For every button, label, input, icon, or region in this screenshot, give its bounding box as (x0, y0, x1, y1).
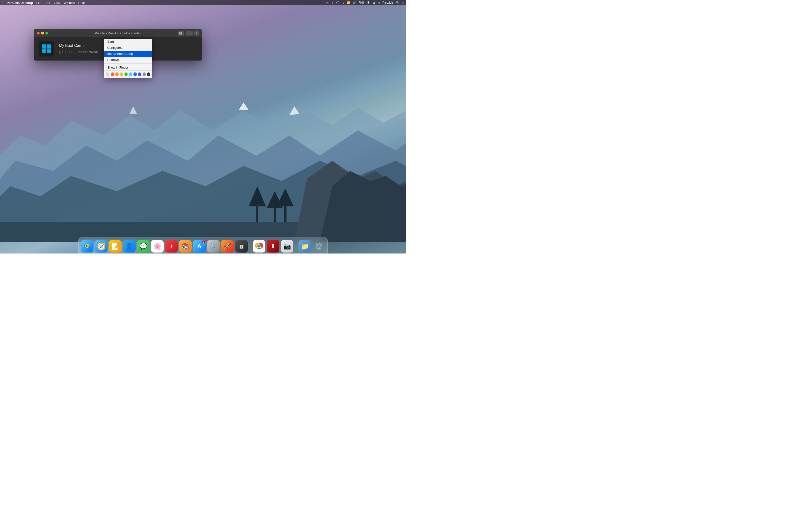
ctx-color-blue[interactable] (134, 72, 137, 76)
ctx-color-none[interactable]: ✕ (106, 72, 109, 76)
battery-percent: 70% (358, 1, 364, 4)
apple-menu[interactable]:  (2, 0, 3, 5)
photos-icon-glyph: 🌸 (153, 242, 162, 250)
status-icon-wifi[interactable]: 📶 (347, 1, 350, 4)
app-name[interactable]: Parallels Desktop (7, 1, 33, 5)
dock-chrome[interactable] (253, 240, 265, 252)
svg-rect-19 (188, 32, 191, 32)
ctx-color-dark[interactable] (147, 72, 150, 76)
maximize-button[interactable] (45, 32, 48, 35)
ctx-color-lightblue[interactable] (129, 72, 132, 76)
dock-notes[interactable]: 📝 (109, 240, 121, 252)
ctx-color-green[interactable] (124, 72, 128, 76)
install-antivirus-link[interactable]: Install Antivirus (78, 50, 99, 54)
dock-missioncontrol[interactable]: ▦ (235, 240, 248, 252)
appstore-badge: 2 (202, 240, 205, 243)
dock-sysprefs[interactable]: ⚙️ (207, 240, 220, 252)
ctx-color-purple[interactable] (138, 72, 141, 76)
folder-icon-glyph: 📁 (301, 242, 309, 250)
control-center-icon[interactable]: ≡ (402, 1, 404, 5)
dock-photos[interactable]: 🌸 (151, 240, 164, 252)
appstore-icon-glyph: A (197, 243, 201, 249)
windows-logo (42, 44, 51, 53)
ctx-start[interactable]: Start (104, 39, 152, 45)
list-view-button[interactable] (186, 31, 193, 36)
menu-file[interactable]: File (36, 1, 41, 5)
dock-folder[interactable]: 📁 (298, 240, 311, 252)
ibooks-icon-glyph: 📚 (182, 243, 189, 250)
status-icon-battery: 🔋 (367, 1, 370, 4)
ctx-color-gray[interactable] (143, 72, 146, 76)
status-icon-pause[interactable]: ⏸ (331, 1, 334, 4)
menu-view[interactable]: View (54, 1, 60, 5)
close-button[interactable] (37, 32, 40, 35)
svg-rect-21 (188, 34, 191, 34)
desktop-background (0, 64, 406, 242)
window-titlebar: Parallels Desktop Control Center + (34, 29, 202, 37)
parallels-menu-name[interactable]: Parallels (382, 1, 394, 4)
status-icon-notch: ◎ (326, 1, 329, 4)
ctx-start-label: Start (107, 40, 114, 44)
safari-icon-glyph: 🧭 (97, 242, 106, 250)
dock-preview[interactable]: 📷 (281, 240, 293, 252)
notes-icon-glyph: 📝 (111, 242, 120, 250)
itunes-icon-glyph: ♪ (170, 242, 173, 250)
svg-rect-20 (188, 33, 191, 33)
separator-2: | (74, 50, 75, 54)
separator-1: | (65, 50, 66, 54)
status-icon-volume[interactable]: 🔊 (353, 1, 356, 4)
settings-icon[interactable]: ⚙ (68, 50, 72, 54)
fullcontact-icon-glyph: 👤 (125, 243, 133, 250)
dock-appstore[interactable]: A 2 (193, 240, 206, 252)
svg-point-28 (258, 245, 260, 247)
ctx-configure-label: Configure... (107, 46, 123, 50)
search-icon[interactable]: 🔍 (396, 1, 400, 5)
dock-trash[interactable]: 🗑️ (312, 240, 325, 252)
window-title: Parallels Desktop Control Center (37, 32, 199, 35)
traffic-lights (37, 32, 48, 35)
ctx-remove[interactable]: Remove (104, 57, 152, 63)
svg-rect-17 (179, 33, 181, 35)
dock-fullcontact[interactable]: 👤 (123, 240, 136, 252)
ctx-color-red[interactable] (111, 72, 114, 76)
win-tile-3 (42, 49, 46, 53)
menu-help[interactable]: Help (78, 1, 85, 5)
svg-rect-15 (179, 32, 181, 33)
status-icon-time[interactable]: ◷ (342, 1, 344, 4)
dock-separator (250, 241, 250, 250)
grid-icon (179, 32, 183, 35)
finder-icon-svg: 😀 (83, 242, 92, 250)
grid-view-button[interactable] (177, 31, 185, 36)
dock-itunes[interactable]: ♪ (165, 240, 177, 252)
dock-parallels[interactable]: ⏸ (267, 240, 280, 252)
power-icon[interactable]: ⏻ (59, 50, 63, 54)
ctx-import-bootcamp[interactable]: Import Boot Camp... (104, 51, 152, 57)
status-icon-display[interactable]: ▦ (373, 1, 375, 4)
add-vm-button[interactable]: + (194, 31, 199, 36)
svg-text:😀: 😀 (85, 243, 90, 248)
dock-finder[interactable]: 😀 (81, 240, 94, 252)
status-icon-acc[interactable]: ⓘ (337, 1, 339, 5)
ctx-color-yellow[interactable] (120, 72, 123, 76)
menu-edit[interactable]: Edit (45, 1, 50, 5)
messenger-icon-glyph: 💬 (140, 243, 147, 250)
ctx-color-orange[interactable] (115, 72, 119, 76)
svg-rect-18 (181, 33, 182, 35)
ctx-separator (104, 63, 152, 64)
dock-messenger[interactable]: 💬 (137, 240, 150, 252)
ctx-show-in-finder[interactable]: Show in Finder (104, 64, 152, 70)
dock-safari[interactable]: 🧭 (95, 240, 108, 252)
dock-launchpad[interactable]: 🚀 (221, 240, 234, 252)
ctx-configure[interactable]: Configure... (104, 45, 152, 51)
launchpad-icon-glyph: 🚀 (223, 243, 231, 250)
dock-ibooks[interactable]: 📚 (179, 240, 192, 252)
menubar-left:  Parallels Desktop File Edit View Windo… (2, 0, 85, 5)
minimize-button[interactable] (41, 32, 44, 35)
dock: 😀 🧭 📝 👤 💬 🌸 ♪ 📚 A 2 ⚙️ 🚀 ▦ (78, 237, 328, 253)
context-menu: Start Configure... Import Boot Camp... R… (104, 39, 152, 78)
sysprefs-icon-glyph: ⚙️ (209, 242, 218, 250)
menu-window[interactable]: Window (64, 1, 75, 5)
win-tile-1 (42, 44, 46, 49)
svg-rect-16 (181, 32, 182, 33)
ctx-import-bootcamp-label: Import Boot Camp... (107, 52, 135, 56)
